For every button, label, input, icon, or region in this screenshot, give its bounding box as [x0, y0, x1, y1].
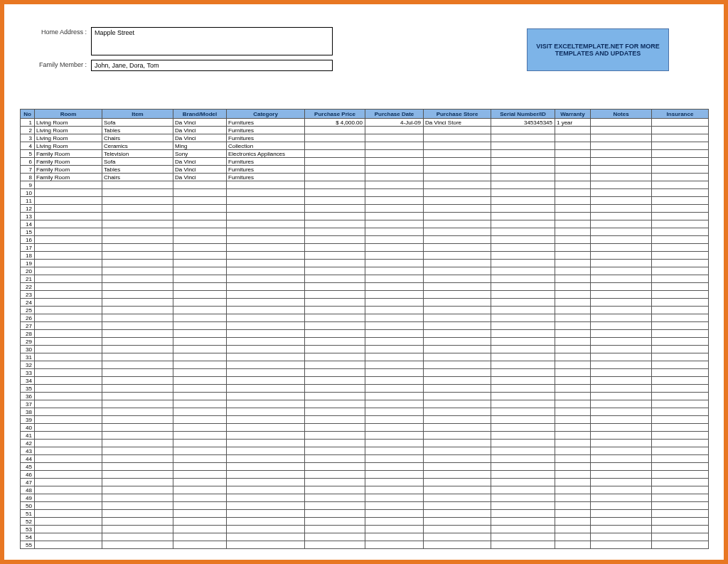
cell-store[interactable]	[424, 260, 491, 267]
cell-insurance[interactable]	[652, 479, 709, 486]
cell-no[interactable]: 37	[21, 400, 35, 408]
cell-no[interactable]: 36	[21, 393, 35, 400]
cell-category[interactable]	[227, 369, 305, 377]
cell-room[interactable]	[35, 510, 102, 518]
cell-store[interactable]	[424, 213, 491, 220]
cell-brand[interactable]	[173, 244, 227, 252]
cell-room[interactable]	[35, 189, 102, 197]
table-row[interactable]: 55	[21, 541, 709, 549]
cell-no[interactable]: 3	[21, 134, 35, 142]
cell-no[interactable]: 16	[21, 236, 35, 244]
cell-serial[interactable]	[491, 228, 555, 236]
cell-date[interactable]: 4-Jul-09	[365, 119, 424, 127]
cell-room[interactable]	[35, 518, 102, 526]
cell-notes[interactable]	[591, 267, 652, 275]
cell-room[interactable]	[35, 447, 102, 455]
cell-store[interactable]	[424, 220, 491, 228]
cell-brand[interactable]	[173, 502, 227, 510]
cell-serial[interactable]	[491, 338, 555, 346]
cell-warranty[interactable]	[555, 369, 591, 377]
cell-category[interactable]	[227, 455, 305, 463]
cell-brand[interactable]	[173, 197, 227, 205]
cell-insurance[interactable]	[652, 150, 709, 158]
table-row[interactable]: 32	[21, 361, 709, 369]
cell-insurance[interactable]	[652, 455, 709, 463]
cell-price[interactable]	[305, 166, 365, 174]
cell-insurance[interactable]	[652, 299, 709, 307]
cell-warranty[interactable]	[555, 533, 591, 541]
cell-price[interactable]	[305, 213, 365, 220]
cell-item[interactable]: Chairs	[102, 174, 173, 181]
cell-store[interactable]	[424, 197, 491, 205]
cell-price[interactable]	[305, 314, 365, 322]
cell-date[interactable]	[365, 134, 424, 142]
promo-banner[interactable]: VISIT EXCELTEMPLATE.NET FOR MORE TEMPLAT…	[527, 28, 669, 71]
cell-price[interactable]	[305, 275, 365, 283]
cell-price[interactable]	[305, 142, 365, 150]
cell-category[interactable]	[227, 502, 305, 510]
cell-room[interactable]: Family Room	[35, 150, 102, 158]
cell-date[interactable]	[365, 322, 424, 330]
table-row[interactable]: 33	[21, 369, 709, 377]
cell-date[interactable]	[365, 494, 424, 502]
cell-warranty[interactable]	[555, 189, 591, 197]
col-brand[interactable]: Brand/Model	[173, 110, 227, 119]
table-row[interactable]: 44	[21, 455, 709, 463]
cell-item[interactable]	[102, 291, 173, 299]
cell-category[interactable]	[227, 533, 305, 541]
cell-item[interactable]	[102, 541, 173, 549]
table-row[interactable]: 9	[21, 181, 709, 189]
cell-brand[interactable]	[173, 291, 227, 299]
cell-notes[interactable]	[591, 471, 652, 479]
cell-item[interactable]	[102, 486, 173, 494]
cell-category[interactable]	[227, 486, 305, 494]
cell-category[interactable]	[227, 479, 305, 486]
cell-price[interactable]	[305, 228, 365, 236]
cell-warranty[interactable]	[555, 526, 591, 533]
cell-notes[interactable]	[591, 330, 652, 338]
cell-brand[interactable]	[173, 346, 227, 353]
cell-warranty[interactable]	[555, 455, 591, 463]
cell-category[interactable]: Furnitures	[227, 134, 305, 142]
cell-insurance[interactable]	[652, 236, 709, 244]
cell-insurance[interactable]	[652, 291, 709, 299]
cell-date[interactable]	[365, 142, 424, 150]
cell-room[interactable]	[35, 393, 102, 400]
cell-insurance[interactable]	[652, 400, 709, 408]
cell-no[interactable]: 20	[21, 267, 35, 275]
cell-brand[interactable]	[173, 260, 227, 267]
cell-warranty[interactable]	[555, 228, 591, 236]
cell-item[interactable]	[102, 369, 173, 377]
cell-room[interactable]	[35, 494, 102, 502]
cell-notes[interactable]	[591, 307, 652, 314]
cell-category[interactable]	[227, 526, 305, 533]
cell-notes[interactable]	[591, 244, 652, 252]
cell-no[interactable]: 49	[21, 494, 35, 502]
cell-category[interactable]	[227, 432, 305, 440]
cell-warranty[interactable]	[555, 283, 591, 291]
cell-price[interactable]	[305, 369, 365, 377]
cell-serial[interactable]	[491, 533, 555, 541]
cell-warranty[interactable]	[555, 502, 591, 510]
cell-date[interactable]	[365, 447, 424, 455]
cell-category[interactable]	[227, 494, 305, 502]
cell-date[interactable]	[365, 338, 424, 346]
cell-item[interactable]	[102, 447, 173, 455]
cell-item[interactable]	[102, 189, 173, 197]
cell-notes[interactable]	[591, 510, 652, 518]
col-warranty[interactable]: Warranty	[555, 110, 591, 119]
cell-warranty[interactable]	[555, 400, 591, 408]
cell-no[interactable]: 46	[21, 471, 35, 479]
cell-category[interactable]	[227, 377, 305, 385]
cell-brand[interactable]	[173, 455, 227, 463]
table-row[interactable]: 36	[21, 393, 709, 400]
cell-warranty[interactable]	[555, 267, 591, 275]
cell-store[interactable]	[424, 228, 491, 236]
cell-serial[interactable]	[491, 299, 555, 307]
cell-price[interactable]	[305, 244, 365, 252]
cell-no[interactable]: 21	[21, 275, 35, 283]
cell-category[interactable]	[227, 228, 305, 236]
cell-warranty[interactable]	[555, 244, 591, 252]
cell-serial[interactable]	[491, 400, 555, 408]
cell-no[interactable]: 6	[21, 158, 35, 166]
